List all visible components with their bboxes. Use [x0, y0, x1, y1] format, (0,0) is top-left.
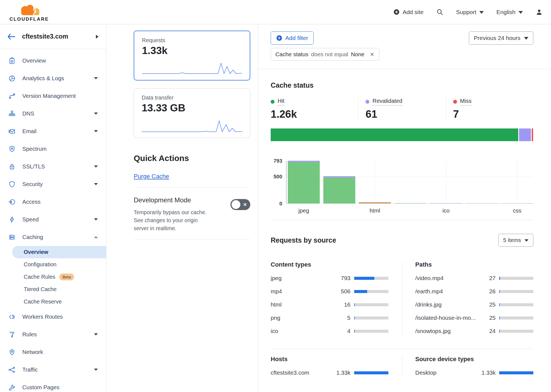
- sidebar-item-version-management[interactable]: Version Management: [0, 87, 106, 105]
- add-site-button[interactable]: Add site: [393, 9, 424, 15]
- cache-status-legend: Hit 1.26k Revalidated 61 Miss: [271, 98, 533, 120]
- development-mode-toggle[interactable]: ✕: [230, 199, 250, 210]
- sidebar-item-workers-routes[interactable]: Workers Routes: [0, 308, 106, 326]
- stacked-column[interactable]: [430, 203, 462, 204]
- requests-by-source-heading: Requests by source: [271, 236, 336, 244]
- hierarchy-icon: [8, 110, 16, 117]
- progress-track: [499, 290, 533, 293]
- progress-track: [499, 277, 533, 280]
- sidebar-item-caching[interactable]: Caching: [0, 228, 106, 246]
- progress-fill: [499, 277, 500, 280]
- stacked-column[interactable]: [359, 202, 391, 203]
- bar-slot: [394, 161, 426, 203]
- top-nav: Add site Support English: [393, 9, 543, 16]
- language-menu[interactable]: English: [496, 9, 523, 15]
- items-count-dropdown[interactable]: 5 items: [498, 234, 533, 247]
- sidebar-subitem-cache-rules[interactable]: Cache Rules Beta: [0, 271, 106, 283]
- data-transfer-sparkline: [142, 120, 242, 133]
- sidebar-item-access[interactable]: Access: [0, 193, 106, 211]
- stacked-column[interactable]: [501, 203, 533, 204]
- miss-label[interactable]: Miss: [460, 98, 472, 106]
- funnel-icon: [8, 331, 16, 338]
- table-row[interactable]: /drinks.jpg 25: [415, 301, 534, 308]
- location-pin-icon: [8, 348, 16, 356]
- lightning-icon: [8, 216, 16, 223]
- support-menu[interactable]: Support: [456, 9, 484, 15]
- shield-icon: [8, 181, 16, 188]
- sidebar-item-label: Analytics & Logs: [22, 75, 87, 82]
- stacked-column[interactable]: [323, 176, 355, 203]
- sidebar-subitem-label: Tiered Cache: [24, 286, 57, 292]
- progress-fill: [354, 290, 367, 293]
- table-row[interactable]: /snowtops.jpg 24: [415, 328, 534, 334]
- chevron-right-icon[interactable]: [96, 35, 98, 39]
- table-row[interactable]: Desktop 1.33k: [415, 369, 534, 376]
- revalidated-value: 61: [365, 108, 445, 120]
- filter-chip[interactable]: Cache status does not equal None: [271, 48, 380, 61]
- legend-hit: Hit 1.26k: [271, 98, 358, 120]
- sidebar-item-custom-pages[interactable]: Custom Pages: [0, 378, 106, 392]
- sidebar-item-network[interactable]: Network: [0, 343, 106, 361]
- sidebar-item-speed[interactable]: Speed: [0, 211, 106, 228]
- table-row[interactable]: /isolated-house-in-mo... 25: [415, 315, 534, 321]
- sidebar-item-spectrum[interactable]: Spectrum: [0, 140, 106, 158]
- cloudflare-logo[interactable]: CLOUDFLARE: [6, 2, 52, 22]
- close-icon[interactable]: [369, 52, 375, 57]
- back-arrow-icon[interactable]: [7, 33, 15, 40]
- requests-metric-card[interactable]: Requests 1.33k: [134, 31, 250, 80]
- table-row[interactable]: /video.mp4 27: [415, 275, 534, 281]
- sidebar: cftestsite3.com Overview Analytics & Log…: [0, 24, 106, 392]
- stacked-column[interactable]: [394, 203, 426, 204]
- sidebar-item-email[interactable]: Email: [0, 122, 106, 140]
- hosts-title: Hosts: [271, 356, 388, 363]
- brand-wordmark: CLOUDFLARE: [9, 17, 49, 22]
- table-row[interactable]: html 16: [271, 301, 388, 308]
- divider: [134, 240, 250, 240]
- quick-actions-title: Quick Actions: [134, 154, 250, 163]
- filter-chip-value: None: [351, 51, 364, 58]
- hosts-table: Hosts cftestsite3.com 1.33k: [271, 356, 402, 376]
- source-device-types-title: Source device types: [415, 356, 534, 363]
- paths-table: Paths /video.mp4 27 /earth.mp4 26 /drink…: [402, 261, 534, 334]
- sidebar-subitem-configuration[interactable]: Configuration: [0, 258, 106, 271]
- sidebar-subitem-caching-overview[interactable]: Overview: [12, 246, 106, 258]
- sidebar-item-label: Rules: [22, 331, 87, 338]
- table-row[interactable]: cftestsite3.com 1.33k: [271, 369, 388, 376]
- account-menu[interactable]: [536, 9, 543, 16]
- table-row[interactable]: png 5: [271, 315, 388, 321]
- stacked-segment-hit: [271, 128, 518, 141]
- add-filter-button[interactable]: Add filter: [271, 31, 314, 45]
- sidebar-subitem-tiered-cache[interactable]: Tiered Cache: [0, 283, 106, 296]
- sidebar-subitem-label: Configuration: [24, 261, 57, 268]
- table-row[interactable]: jpeg 793: [271, 275, 388, 281]
- table-row[interactable]: mp4 506: [271, 288, 388, 295]
- sidebar-item-ssl-tls[interactable]: SSL/TLS: [0, 158, 106, 175]
- sidebar-item-analytics[interactable]: Analytics & Logs: [0, 69, 106, 87]
- purge-cache-link[interactable]: Purge Cache: [134, 173, 169, 180]
- search-button[interactable]: [436, 9, 444, 16]
- stacked-column[interactable]: [288, 161, 320, 203]
- revalidated-label[interactable]: Revalidated: [372, 98, 402, 106]
- table-row[interactable]: ico 4: [271, 328, 388, 334]
- table-row[interactable]: /earth.mp4 26: [415, 288, 534, 295]
- sidebar-subitem-cache-reserve[interactable]: Cache Reserve: [0, 296, 106, 308]
- bar-segment: [394, 203, 426, 204]
- stacked-column[interactable]: [466, 203, 498, 204]
- sidebar-item-rules[interactable]: Rules: [0, 326, 106, 343]
- progress-track: [354, 303, 388, 306]
- sidebar-item-traffic[interactable]: Traffic: [0, 361, 106, 378]
- source-device-types-table: Source device types Desktop 1.33k: [402, 356, 534, 376]
- progress-fill: [354, 303, 355, 306]
- data-transfer-metric-card[interactable]: Data transfer 13.33 GB: [134, 88, 250, 138]
- bar-segment: [430, 203, 462, 204]
- chevron-down-icon: [94, 165, 98, 168]
- sidebar-item-dns[interactable]: DNS: [0, 105, 106, 122]
- time-range-dropdown[interactable]: Previous 24 hours: [469, 31, 533, 45]
- bar-segment: [466, 203, 498, 204]
- bar-slot: html: [359, 161, 391, 203]
- hit-label[interactable]: Hit: [278, 98, 284, 106]
- stacked-segment-miss: [532, 128, 533, 141]
- cache-status-stacked-bar: [271, 128, 533, 141]
- sidebar-item-security[interactable]: Security: [0, 175, 106, 193]
- sidebar-item-overview[interactable]: Overview: [0, 52, 106, 69]
